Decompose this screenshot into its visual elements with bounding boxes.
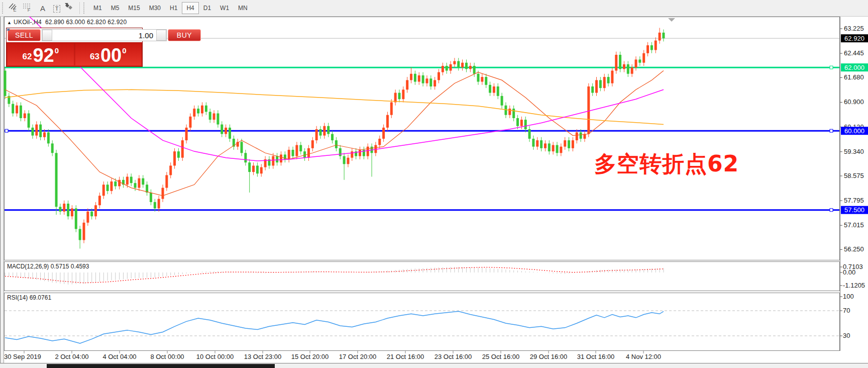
sell-price-handle: 62 xyxy=(22,52,32,62)
svg-text:62.445: 62.445 xyxy=(844,49,864,57)
sell-button[interactable]: SELL xyxy=(8,29,41,41)
svg-text:60.900: 60.900 xyxy=(844,98,864,106)
ohlc-high: 63.000 xyxy=(66,19,85,26)
svg-text:57.500: 57.500 xyxy=(844,206,864,214)
timeframe-button-h4[interactable]: H4 xyxy=(182,2,198,14)
time-axis-label: 4 Oct 04:00 xyxy=(102,353,136,360)
svg-text:57.015: 57.015 xyxy=(844,221,864,229)
svg-text:63.225: 63.225 xyxy=(844,25,864,32)
timeframe-button-m15[interactable]: M15 xyxy=(124,2,144,14)
ohlc-low: 62.820 xyxy=(87,19,106,26)
toolbar-separator xyxy=(79,2,80,14)
timeframe-button-m30[interactable]: M30 xyxy=(145,2,165,14)
volume-input[interactable] xyxy=(52,30,156,41)
time-axis-label: 29 Oct 16:00 xyxy=(530,353,567,360)
svg-text:57.795: 57.795 xyxy=(844,197,864,204)
sell-price[interactable]: 62 92 0 xyxy=(8,43,74,65)
volume-up-button[interactable] xyxy=(156,30,166,41)
time-axis-label: 10 Oct 00:00 xyxy=(196,353,234,360)
svg-text:62.920: 62.920 xyxy=(844,35,864,42)
buy-price[interactable]: 63 00 0 xyxy=(75,43,142,65)
scrollbar-thumb[interactable] xyxy=(47,364,275,368)
equidistant-channel-button[interactable]: E xyxy=(8,2,21,14)
time-axis-label: 30 Sep 2019 xyxy=(4,353,41,360)
volume-control xyxy=(42,29,167,41)
symbol-marker-icon: ▲ xyxy=(7,20,12,25)
rsi-label: RSI(14) 69.0761 xyxy=(7,294,51,301)
timeframe-button-d1[interactable]: D1 xyxy=(199,2,215,14)
text-label-button[interactable]: T xyxy=(50,2,63,14)
timeframe-group: M1M5M15M30H1H4D1W1MN xyxy=(89,2,252,14)
text-label-icon: T xyxy=(53,5,61,13)
toolbar: E F A T M1M5M15M30H1H4D1W1MN xyxy=(0,0,868,17)
time-axis-label: 25 Oct 16:00 xyxy=(482,353,519,360)
toolbar-grip[interactable] xyxy=(2,3,6,14)
time-axis-label: 31 Oct 16:00 xyxy=(577,353,614,360)
time-axis-label: 21 Oct 16:00 xyxy=(387,353,424,360)
time-axis-label: 17 Oct 20:00 xyxy=(339,353,376,360)
time-axis-label: 23 Oct 16:00 xyxy=(435,353,472,360)
sell-price-big: 92 xyxy=(33,47,54,64)
timeframe-button-mn[interactable]: MN xyxy=(234,2,252,14)
svg-text:60.000: 60.000 xyxy=(844,127,864,135)
chart-text-annotation: 多空转折点62 xyxy=(594,149,739,179)
sell-price-pip: 0 xyxy=(55,46,59,55)
timeframe-button-m1[interactable]: M1 xyxy=(89,2,106,14)
svg-text:61.680: 61.680 xyxy=(844,73,864,81)
buy-button[interactable]: BUY xyxy=(168,29,201,41)
timeframe-button-h1[interactable]: H1 xyxy=(165,2,182,14)
timeframe-button-m5[interactable]: M5 xyxy=(106,2,124,14)
text-button[interactable]: A xyxy=(36,2,49,14)
time-axis-label: 8 Oct 00:00 xyxy=(150,353,184,360)
timeframe-button-w1[interactable]: W1 xyxy=(215,2,234,14)
buy-price-big: 00 xyxy=(100,47,122,64)
hline-handle xyxy=(830,209,833,212)
svg-text:-1.1205: -1.1205 xyxy=(843,282,865,289)
svg-text:100: 100 xyxy=(843,293,854,300)
svg-text:0.00: 0.00 xyxy=(843,268,855,276)
time-axis-label: 13 Oct 23:00 xyxy=(244,353,281,360)
ohlc-open: 62.890 xyxy=(45,19,64,26)
hline-handle xyxy=(5,129,8,132)
macd-label: MACD(12,26,9) 0.5715 0.4593 xyxy=(7,263,89,270)
arrows-button[interactable] xyxy=(64,2,77,14)
one-click-trading-panel: SELL BUY 62 92 0 63 00 0 xyxy=(6,28,143,67)
buy-price-handle: 63 xyxy=(90,52,99,62)
hline-handle xyxy=(830,129,833,132)
svg-text:70: 70 xyxy=(843,307,850,314)
volume-dropdown-button[interactable] xyxy=(42,30,52,41)
symbol-name: UKOil-,H4 xyxy=(14,19,42,26)
svg-text:30: 30 xyxy=(843,332,850,339)
time-axis-label: 15 Oct 20:00 xyxy=(291,353,329,360)
hline-handle xyxy=(830,66,833,69)
time-axis-label: 4 Nov 12:00 xyxy=(626,353,661,360)
text-icon: A xyxy=(40,5,45,13)
svg-text:58.575: 58.575 xyxy=(844,172,864,179)
ohlc-close: 62.920 xyxy=(107,19,127,26)
horizontal-scrollbar[interactable] xyxy=(0,363,868,368)
svg-text:56.250: 56.250 xyxy=(844,245,864,253)
fibonacci-button[interactable]: F xyxy=(22,2,35,14)
buy-price-pip: 0 xyxy=(122,46,126,55)
time-axis-label: 2 Oct 04:00 xyxy=(55,353,88,360)
toolbar-grip[interactable] xyxy=(83,3,87,14)
svg-text:59.340: 59.340 xyxy=(844,148,864,155)
svg-text:62.000: 62.000 xyxy=(844,64,864,71)
chart-title: ▲UKOil-,H4 62.890 63.000 62.820 62.920 xyxy=(7,19,127,26)
